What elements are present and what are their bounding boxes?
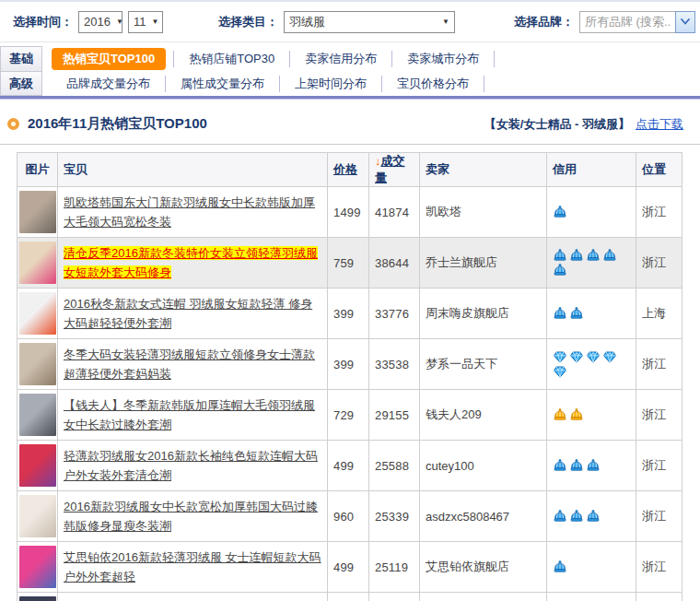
blue-diamond-icon <box>553 365 567 379</box>
tab-brand-volume-distribution[interactable]: 品牌成交量分布 <box>52 76 165 92</box>
table-row: 【钱夫人】冬季新款韩版加厚连帽大毛领羽绒服女中长款过膝外套潮 729 29155… <box>18 390 682 441</box>
item-seller: 钱夫人209 <box>420 390 547 441</box>
credit-icons <box>547 390 636 441</box>
item-seller: 周末嗨皮旗舰店 <box>420 289 547 339</box>
tab-group-advanced-label: 高级 <box>1 71 41 95</box>
tab-separator <box>494 51 495 67</box>
tab-item-price-distribution[interactable]: 宝贝价格分布 <box>382 76 484 92</box>
gold-crown-icon <box>553 408 567 422</box>
item-title-link[interactable]: 冬季大码女装轻薄羽绒服短款立领修身女士薄款超薄轻便外套妈妈装 <box>64 348 315 381</box>
tabs-zone: 基础 高级 热销宝贝TOP100 热销店铺TOP30 卖家信用分布 卖家城市分布… <box>0 46 700 96</box>
filter-bar: 选择时间： 2016 ▼ 11 ▼ 选择类目： 羽绒服 ▼ 选择品牌： <box>0 2 700 42</box>
year-select[interactable]: 2016 ▼ <box>78 11 122 33</box>
category-select-value: 羽绒服 <box>289 14 325 30</box>
item-thumbnail[interactable] <box>19 292 56 335</box>
tab-seller-credit-distribution[interactable]: 卖家信用分布 <box>290 51 391 67</box>
tab-listing-time-distribution[interactable]: 上架时间分布 <box>280 76 381 92</box>
col-header-seller: 卖家 <box>420 153 547 187</box>
item-seller: 乔士兰旗舰店 <box>420 238 547 289</box>
blue-crown-icon <box>553 206 567 219</box>
col-header-image: 图片 <box>18 153 58 187</box>
item-thumbnail[interactable] <box>19 596 56 601</box>
credit-icons <box>547 238 636 289</box>
tab-hot-shops-top30[interactable]: 热销店铺TOP30 <box>174 51 289 67</box>
category-select[interactable]: 羽绒服 ▼ <box>284 11 455 33</box>
item-seller: 艾思铂依旗舰店 <box>420 542 547 593</box>
category-filter-label: 选择类目： <box>218 14 278 30</box>
table-row: 2016新款羽绒服女中长款宽松加厚韩国大码过膝韩版修身显瘦冬装潮 960 253… <box>18 491 682 542</box>
chevron-down-icon: ▼ <box>116 18 123 26</box>
tab-group-labels: 基础 高级 <box>0 46 42 96</box>
col-header-price[interactable]: 价格 <box>328 153 369 187</box>
table-row: 冬季大码女装轻薄羽绒服短款立领修身女士薄款超薄轻便外套妈妈装 399 33538… <box>18 339 682 390</box>
blue-diamond-icon <box>602 350 617 364</box>
item-thumbnail[interactable] <box>19 191 56 233</box>
blue-diamond-icon <box>569 350 584 364</box>
table-row: 轻薄款羽绒服女2016新款长袖纯色短款连帽大码户外女装外套清仓潮 499 255… <box>18 441 682 491</box>
year-select-value: 2016 <box>84 15 111 29</box>
chevron-down-icon: ▼ <box>152 18 159 26</box>
table-row: 凯欧塔韩国东大门新款羽绒服女中长款韩版加厚大毛领大码宽松冬装 1499 4187… <box>18 187 682 238</box>
item-title-link[interactable]: 凯欧塔韩国东大门新款羽绒服女中长款韩版加厚大毛领大码宽松冬装 <box>64 195 315 229</box>
credit-icons <box>547 593 636 601</box>
item-price: 1499 <box>328 187 369 238</box>
tab-attribute-volume-distribution[interactable]: 属性成交量分布 <box>166 76 279 92</box>
item-seller <box>420 593 547 601</box>
blue-crown-icon <box>569 510 584 524</box>
item-title-link[interactable]: 艾思铂依2016新款轻薄羽绒服 女士连帽短款大码户外外套超轻 <box>64 550 321 583</box>
col-header-volume[interactable]: ↓成交量 <box>369 153 420 187</box>
month-select-value: 11 <box>134 15 146 29</box>
tab-seller-city-distribution[interactable]: 卖家城市分布 <box>392 51 494 67</box>
download-link[interactable]: 点击下载 <box>636 116 683 133</box>
item-thumbnail[interactable] <box>19 343 56 385</box>
col-header-item: 宝贝 <box>58 153 328 187</box>
category-breadcrumb: 【女装/女士精品 - 羽绒服】 <box>484 116 630 133</box>
item-title-link[interactable]: 2016秋冬新款女式连帽 羽绒服女短款轻薄 修身大码超轻轻便外套潮 <box>64 297 312 330</box>
blue-crown-icon <box>553 459 567 473</box>
blue-crown-icon <box>569 459 584 473</box>
top100-table-body: 凯欧塔韩国东大门新款羽绒服女中长款韩版加厚大毛领大码宽松冬装 1499 4187… <box>18 187 682 601</box>
brand-filter-label: 选择品牌： <box>514 14 574 30</box>
month-select[interactable]: 11 ▼ <box>128 11 163 33</box>
blue-crown-icon <box>553 249 567 263</box>
item-location: 浙江 <box>636 390 682 441</box>
item-volume: 33776 <box>369 289 420 339</box>
blue-diamond-icon <box>553 350 567 364</box>
item-price <box>328 593 369 601</box>
brand-dropdown-button[interactable] <box>675 11 695 33</box>
price-sort-link[interactable]: 价格 <box>333 162 357 176</box>
item-thumbnail[interactable] <box>19 242 56 284</box>
blue-crown-icon <box>586 459 601 473</box>
top100-table-wrap: 图片 宝贝 价格 ↓成交量 卖家 信用 位置 凯欧塔韩国东大门新款羽绒服女中长款… <box>17 152 700 601</box>
item-price: 960 <box>328 491 369 542</box>
chevron-down-icon: ▼ <box>442 18 449 26</box>
item-title-link[interactable]: 清仓反季2016新款冬装特价女装立领轻薄羽绒服女短款外套大码修身 <box>64 246 318 279</box>
item-title-link[interactable]: 2016新款羽绒服女中长款宽松加厚韩国大码过膝韩版修身显瘦冬装潮 <box>64 500 318 533</box>
item-thumbnail[interactable] <box>19 546 56 588</box>
item-volume: 41874 <box>369 187 420 238</box>
advanced-tab-row: 品牌成交量分布 属性成交量分布 上架时间分布 宝贝价格分布 <box>42 71 700 96</box>
credit-icons <box>547 339 636 390</box>
item-volume: 33538 <box>369 339 420 390</box>
item-price: 399 <box>328 339 369 390</box>
top100-table: 图片 宝贝 价格 ↓成交量 卖家 信用 位置 凯欧塔韩国东大门新款羽绒服女中长款… <box>17 152 682 601</box>
table-header-row: 图片 宝贝 价格 ↓成交量 卖家 信用 位置 <box>18 153 682 187</box>
item-volume: 25119 <box>369 542 420 593</box>
table-row: 艾思铂依2016新款轻薄羽绒服 女士连帽短款大码户外外套超轻 499 25119… <box>18 542 682 593</box>
brand-search-input[interactable] <box>579 11 675 33</box>
blue-crown-icon <box>553 307 567 321</box>
item-volume: 25588 <box>369 441 420 491</box>
item-seller: 凯欧塔 <box>420 187 547 238</box>
item-seller: 梦系一品天下 <box>420 339 547 390</box>
item-thumbnail[interactable] <box>19 394 56 436</box>
tab-separator <box>484 76 484 92</box>
item-location: 浙江 <box>636 339 682 390</box>
item-title-link[interactable]: 【钱夫人】冬季新款韩版加厚连帽大毛领羽绒服女中长款过膝外套潮 <box>64 398 315 431</box>
tab-hot-items-top100[interactable]: 热销宝贝TOP100 <box>52 48 166 70</box>
item-thumbnail[interactable] <box>19 444 56 487</box>
time-filter-label: 选择时间： <box>13 14 73 30</box>
item-title-link[interactable]: 轻薄款羽绒服女2016新款长袖纯色短款连帽大码户外女装外套清仓潮 <box>64 449 318 482</box>
blue-crown-icon <box>569 307 584 321</box>
item-thumbnail[interactable] <box>19 495 56 537</box>
item-location: 浙江 <box>636 542 682 593</box>
